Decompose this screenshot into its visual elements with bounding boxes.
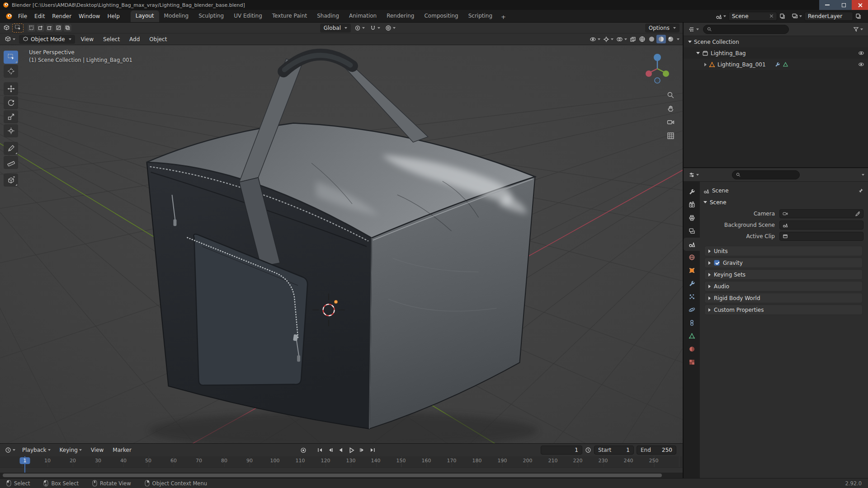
- options-dropdown[interactable]: Options: [645, 23, 679, 33]
- tab-rendering[interactable]: Rendering: [382, 10, 419, 22]
- menu-marker[interactable]: Marker: [109, 446, 135, 455]
- active-clip-field[interactable]: [779, 232, 863, 241]
- jump-to-start-button[interactable]: [316, 446, 325, 454]
- tool-move[interactable]: [4, 82, 18, 95]
- tab-modeling[interactable]: Modeling: [159, 10, 194, 22]
- camera-view-icon[interactable]: [667, 118, 675, 126]
- tab-scripting[interactable]: Scripting: [463, 10, 497, 22]
- tool-select-box[interactable]: [4, 51, 18, 64]
- add-workspace-button[interactable]: +: [497, 12, 509, 22]
- outliner-filter-button[interactable]: [852, 25, 864, 33]
- shading-material-button[interactable]: [656, 35, 666, 43]
- tool-rotate[interactable]: [4, 96, 18, 109]
- select-mode-intersect-icon[interactable]: [64, 24, 71, 32]
- menu-render[interactable]: Render: [48, 11, 75, 21]
- scene-section-header[interactable]: Scene: [703, 197, 863, 208]
- end-frame-field[interactable]: End 250: [637, 446, 676, 455]
- gizmo-z-axis[interactable]: [654, 54, 661, 61]
- browse-view-layer-button[interactable]: [790, 12, 803, 20]
- select-mode-set-icon[interactable]: [28, 24, 35, 32]
- browse-scene-button[interactable]: [714, 12, 727, 20]
- new-view-layer-button[interactable]: [854, 12, 863, 20]
- panel-custom-properties[interactable]: Custom Properties: [704, 305, 863, 315]
- disclosure-icon[interactable]: [696, 52, 700, 54]
- tool-add-cube[interactable]: [4, 174, 18, 187]
- select-mode-invert-icon[interactable]: [55, 24, 62, 32]
- gizmo-y-axis[interactable]: [663, 70, 669, 77]
- tab-view-layer[interactable]: [684, 225, 700, 238]
- disclosure-icon[interactable]: [704, 63, 707, 66]
- tab-layout[interactable]: Layout: [131, 10, 159, 22]
- tab-particles[interactable]: [684, 290, 700, 303]
- tab-physics[interactable]: [684, 303, 700, 316]
- tab-world[interactable]: [684, 251, 700, 264]
- tab-material[interactable]: [684, 343, 700, 356]
- menu-object[interactable]: Object: [146, 35, 170, 44]
- timeline-ruler[interactable]: 10 20 30 40 50 60 70 80 90 100 110 120 1…: [0, 456, 683, 473]
- overlays-dropdown[interactable]: [615, 35, 628, 43]
- menu-window[interactable]: Window: [75, 11, 104, 21]
- tab-texture-paint[interactable]: Texture Paint: [267, 10, 312, 22]
- outliner-search[interactable]: [703, 25, 789, 34]
- unlink-scene-icon[interactable]: [769, 14, 774, 18]
- properties-search-input[interactable]: [743, 172, 796, 178]
- outliner-editor-type-button[interactable]: [687, 25, 700, 33]
- pan-hand-icon[interactable]: [667, 105, 675, 113]
- ortho-grid-icon[interactable]: [667, 132, 675, 140]
- transform-orientation-dropdown[interactable]: Global: [320, 23, 351, 33]
- panel-gravity[interactable]: Gravity: [704, 258, 863, 268]
- tool-annotate[interactable]: [4, 142, 18, 155]
- menu-timeline-view[interactable]: View: [87, 446, 107, 455]
- tab-sculpting[interactable]: Sculpting: [193, 10, 229, 22]
- tool-transform[interactable]: [4, 124, 18, 137]
- menu-view[interactable]: View: [77, 35, 97, 44]
- hide-eye-icon[interactable]: [858, 50, 864, 56]
- tab-object-data[interactable]: [684, 329, 700, 343]
- editor-type-icon[interactable]: [3, 24, 10, 31]
- pin-icon[interactable]: [858, 188, 863, 194]
- current-frame-field[interactable]: 1: [541, 446, 582, 455]
- 3d-scene[interactable]: [0, 45, 683, 443]
- eyedropper-icon[interactable]: [855, 211, 860, 216]
- blender-menu-icon[interactable]: [5, 13, 13, 20]
- tab-render[interactable]: [684, 198, 700, 211]
- disclosure-icon[interactable]: [688, 41, 692, 43]
- tab-uv-editing[interactable]: UV Editing: [229, 10, 267, 22]
- tab-tool[interactable]: [684, 185, 700, 198]
- new-scene-button[interactable]: [778, 12, 787, 20]
- visibility-dropdown[interactable]: [588, 35, 602, 43]
- properties-search[interactable]: [732, 170, 800, 179]
- outliner-row-scene-collection[interactable]: Scene Collection: [684, 36, 868, 47]
- active-tool-button[interactable]: [12, 23, 24, 33]
- shading-wireframe-button[interactable]: [637, 35, 647, 43]
- gizmo-neg-z-axis[interactable]: [655, 78, 660, 83]
- menu-edit[interactable]: Edit: [31, 11, 48, 21]
- auto-keying-toggle[interactable]: [299, 446, 308, 454]
- 3d-viewport[interactable]: User Perspective (1) Scene Collection | …: [0, 45, 683, 443]
- timeline-scrollbar[interactable]: [0, 473, 683, 478]
- tab-scene[interactable]: [684, 238, 700, 251]
- mode-dropdown[interactable]: Object Mode: [19, 35, 75, 44]
- menu-playback[interactable]: Playback: [19, 446, 54, 455]
- close-button[interactable]: [852, 0, 868, 10]
- play-button[interactable]: [347, 446, 356, 454]
- tab-compositing[interactable]: Compositing: [419, 10, 463, 22]
- playhead-frame-badge[interactable]: 1: [20, 457, 30, 464]
- play-reverse-button[interactable]: [336, 446, 345, 454]
- gizmo-x-axis[interactable]: [646, 70, 652, 77]
- jump-to-end-button[interactable]: [368, 446, 377, 454]
- tool-measure[interactable]: [4, 156, 18, 169]
- maximize-button[interactable]: [835, 0, 852, 10]
- tab-modifiers[interactable]: [684, 277, 700, 290]
- properties-editor-type-button[interactable]: [687, 171, 700, 179]
- outliner-search-input[interactable]: [714, 26, 785, 32]
- select-mode-extend-icon[interactable]: [37, 24, 44, 32]
- tool-cursor[interactable]: [4, 65, 18, 78]
- menu-help[interactable]: Help: [104, 11, 123, 21]
- panel-rigid-body-world[interactable]: Rigid Body World: [704, 293, 863, 303]
- gravity-checkbox[interactable]: [714, 260, 720, 266]
- timeline-track[interactable]: [0, 467, 683, 473]
- menu-add[interactable]: Add: [126, 35, 143, 44]
- camera-field[interactable]: [779, 209, 863, 218]
- tab-constraints[interactable]: [684, 316, 700, 329]
